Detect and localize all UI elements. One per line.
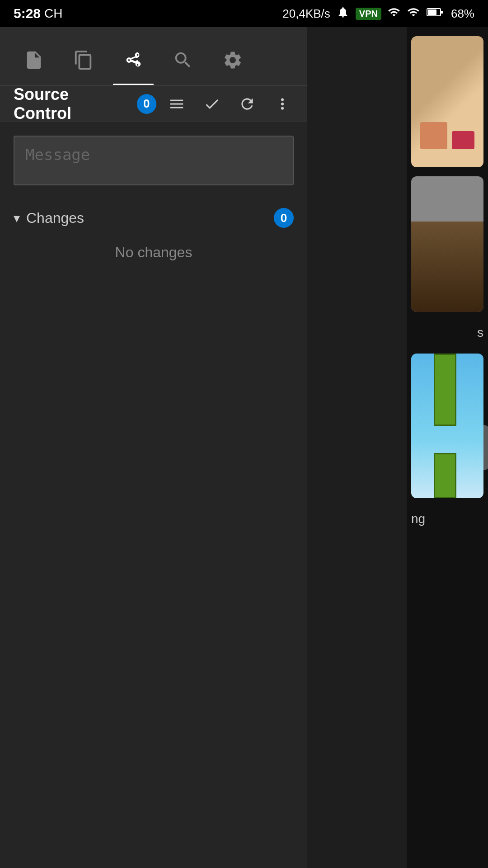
status-bar: 5:28 CH 20,4KB/s VPN	[0, 0, 488, 27]
tab-source-control[interactable]	[108, 35, 158, 85]
status-carrier: CH	[44, 6, 62, 21]
sc-refresh-button[interactable]	[236, 93, 258, 115]
tab-bar	[0, 27, 307, 86]
sc-badge: 0	[137, 94, 156, 114]
vpn-badge: VPN	[356, 8, 381, 20]
tab-search[interactable]	[158, 35, 208, 85]
no-changes-text: No changes	[9, 235, 298, 270]
tab-settings[interactable]	[208, 35, 258, 85]
bg-text-s: s	[407, 321, 488, 344]
wifi-icon	[407, 6, 420, 22]
source-control-header: Source Control 0	[0, 86, 307, 122]
changes-header[interactable]: ▾ Changes 0	[9, 201, 298, 235]
sc-title-area: Source Control 0	[14, 85, 156, 123]
message-area	[0, 122, 307, 201]
pipe-bottom	[434, 453, 456, 498]
svg-rect-1	[441, 11, 443, 14]
vscode-panel: Source Control 0	[0, 27, 307, 868]
tab-files[interactable]	[59, 35, 108, 85]
changes-chevron-icon: ▾	[14, 211, 20, 226]
pipe-top	[434, 354, 456, 426]
changes-label: Changes	[26, 210, 267, 226]
svg-rect-2	[428, 9, 436, 15]
main-container: Source Control 0	[0, 27, 488, 868]
bg-text-ng: ng	[407, 507, 488, 531]
battery-percent: 68%	[451, 7, 474, 21]
sc-menu-button[interactable]	[165, 93, 188, 115]
status-right: 20,4KB/s VPN 68%	[282, 6, 474, 22]
status-left: 5:28 CH	[14, 6, 63, 21]
notification-icon	[337, 6, 349, 22]
tab-explorer[interactable]	[9, 35, 59, 85]
sc-title-text: Source Control	[14, 85, 130, 123]
bg-card-3	[411, 354, 483, 498]
changes-badge: 0	[274, 208, 294, 228]
bg-app: s ng	[407, 27, 488, 868]
network-speed: 20,4KB/s	[282, 7, 330, 21]
sc-commit-button[interactable]	[201, 93, 223, 115]
sc-actions	[165, 93, 294, 115]
changes-section: ▾ Changes 0 No changes	[0, 201, 307, 270]
signal-icon	[388, 6, 400, 22]
battery-icon	[427, 6, 445, 22]
message-input[interactable]	[14, 136, 294, 185]
bg-card-1	[411, 36, 483, 167]
sc-more-button[interactable]	[271, 93, 294, 115]
status-time: 5:28	[14, 6, 41, 21]
bg-card-2	[411, 176, 483, 312]
